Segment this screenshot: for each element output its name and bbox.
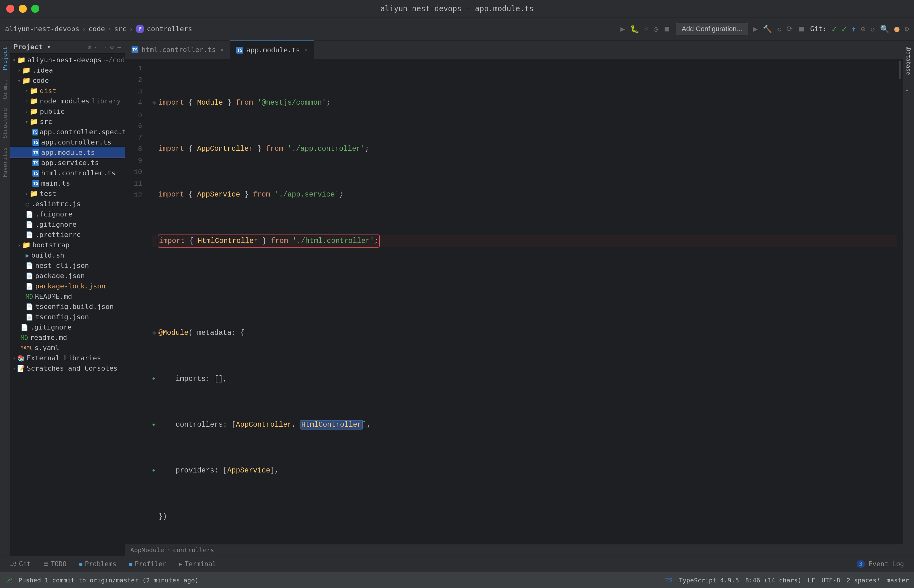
main-layout: Project Commit Structure Favorites Proje…: [0, 40, 914, 556]
run-icon[interactable]: ▶: [620, 24, 625, 33]
scrollbar-thumb[interactable]: [899, 60, 901, 79]
breadcrumb: aliyun-nest-devops › code › src › P cont…: [5, 24, 617, 33]
breadcrumb-root[interactable]: aliyun-nest-devops: [5, 25, 79, 33]
tree-item-code[interactable]: ▾ 📁 code: [10, 75, 125, 86]
tree-item-ext-libs[interactable]: › 📚 External Libraries: [10, 353, 125, 363]
tab-html-controller[interactable]: TS html.controller.ts ✕: [125, 40, 230, 59]
tree-item-fcignore[interactable]: 📄 .fcignore: [10, 209, 125, 219]
sync-icon[interactable]: ⟳: [786, 24, 793, 33]
tree-item-test[interactable]: › 📁 test: [10, 188, 125, 199]
git-check1-icon[interactable]: ✓: [832, 24, 837, 34]
debug-icon[interactable]: 🐛: [630, 24, 639, 33]
stop2-icon[interactable]: ⏹: [798, 24, 805, 33]
settings-icon[interactable]: ⚙: [905, 24, 909, 33]
tree-item-src[interactable]: ▾ 📁 src: [10, 116, 125, 127]
sidebar-tab-project[interactable]: Project: [0, 43, 9, 74]
tree-item-package-lock[interactable]: 📄 package-lock.json: [10, 281, 125, 291]
code-content[interactable]: ◆ import { Module } from '@nestjs/common…: [147, 59, 897, 544]
tab-app-module[interactable]: TS app.module.ts ✕: [230, 40, 314, 59]
tree-item-readme-root[interactable]: MD readme.md: [10, 332, 125, 342]
run2-icon[interactable]: ▶: [753, 24, 757, 33]
typescript-icon: TS: [665, 577, 673, 584]
titlebar: aliyun-nest-devops – app.module.ts: [0, 0, 914, 18]
gear-icon[interactable]: ⚙: [110, 43, 114, 51]
tree-item-idea[interactable]: › 📁 .idea: [10, 65, 125, 75]
editor-area: TS html.controller.ts ✕ TS app.module.ts…: [125, 40, 903, 556]
code-line-7: ● imports: [],: [152, 373, 897, 385]
tab-close-html[interactable]: ✕: [220, 47, 224, 53]
tree-item-app-service[interactable]: TS app.service.ts: [10, 158, 125, 168]
tree-item-eslint[interactable]: ○ .eslintrc.js: [10, 199, 125, 209]
problems-icon: ●: [79, 561, 83, 567]
tree-item-gitignore-root[interactable]: 📄 .gitignore: [10, 322, 125, 332]
tree-item-public[interactable]: › 📁 public: [10, 106, 125, 116]
tree-item-html-ctrl[interactable]: TS html.controller.ts: [10, 168, 125, 178]
window-title: aliyun-nest-devops – app.module.ts: [380, 4, 533, 13]
git-push-icon[interactable]: ↑: [851, 24, 856, 33]
locate-icon[interactable]: ⊕: [88, 43, 91, 51]
tree-item-build[interactable]: ▶ build.sh: [10, 250, 125, 260]
tree-item-package[interactable]: 📄 package.json: [10, 271, 125, 281]
tree-item-scratches[interactable]: › 📝 Scratches and Consoles: [10, 363, 125, 373]
close-sidebar-icon[interactable]: —: [118, 43, 121, 51]
bottom-tab-git[interactable]: ⎇ Git: [4, 556, 37, 572]
tree-item-syaml[interactable]: YAML s.yaml: [10, 342, 125, 353]
bottom-tab-event-log[interactable]: 3 Event Log: [851, 556, 910, 572]
bottom-toolbar: ⎇ Git ☰ TODO ● Problems ● Profiler ▶ Ter…: [0, 556, 914, 572]
breadcrumb-controllers[interactable]: controllers: [147, 25, 192, 33]
code-line-8: ● controllers: [AppController, HtmlContr…: [152, 419, 897, 431]
tree-item-dist[interactable]: › 📁 dist: [10, 86, 125, 96]
tree-item-main[interactable]: TS main.ts: [10, 178, 125, 188]
code-line-3: import { AppService } from './app.servic…: [152, 189, 897, 200]
search-icon[interactable]: 🔍: [880, 24, 890, 33]
window-controls[interactable]: [6, 5, 39, 13]
coverage-icon[interactable]: ⚡: [644, 24, 649, 33]
sidebar-tab-favorites[interactable]: Favorites: [0, 143, 9, 181]
expand-icon[interactable]: ⇒: [102, 43, 106, 51]
minimize-button[interactable]: [19, 5, 27, 13]
tree-item-app-ctrl-spec[interactable]: TS app.controller.spec.ts: [10, 127, 125, 137]
code-editor[interactable]: 1 2 3 4 5 6 7 8 9 10 11 12 ◆ import { Mo…: [125, 59, 903, 544]
sidebar-tab-commit[interactable]: Commit: [0, 75, 9, 103]
tree-item-nest-cli[interactable]: 📄 nest-cli.json: [10, 260, 125, 271]
git-revert-icon[interactable]: ↺: [870, 24, 875, 33]
avatar-icon[interactable]: ●: [895, 24, 899, 34]
tab-close-module[interactable]: ✕: [304, 47, 308, 53]
tree-item-prettier[interactable]: 📄 .prettierrc: [10, 229, 125, 240]
tree-item-root[interactable]: ▾ 📁 aliyun-nest-devops ~/code/project-: [10, 55, 125, 65]
git-icon: ⎇: [10, 561, 16, 567]
tree-item-gitignore-src[interactable]: 📄 .gitignore: [10, 219, 125, 229]
add-configuration-button[interactable]: Add Configuration...: [676, 23, 748, 35]
cursor-position[interactable]: 8:46 (14 chars): [745, 577, 801, 584]
git-history-icon[interactable]: ⊙: [861, 24, 865, 33]
profile-icon[interactable]: ◷: [654, 24, 658, 33]
stop-icon[interactable]: ⏹: [663, 24, 671, 33]
collapse-icon[interactable]: ⇐: [95, 43, 99, 51]
maximize-button[interactable]: [31, 5, 39, 13]
build-icon[interactable]: 🔨: [763, 24, 772, 33]
indent[interactable]: 2 spaces*: [846, 577, 880, 584]
line-ending[interactable]: LF: [808, 577, 815, 584]
bottom-tab-profiler[interactable]: ● Profiler: [123, 556, 173, 572]
right-tab-database[interactable]: Database: [903, 43, 914, 80]
bottom-tab-todo[interactable]: ☰ TODO: [37, 556, 73, 572]
tree-item-readme[interactable]: MD README.md: [10, 291, 125, 302]
tree-item-node-modules[interactable]: › 📁 node_modules library root: [10, 96, 125, 106]
close-button[interactable]: [6, 5, 15, 13]
bottom-tab-terminal[interactable]: ▶ Terminal: [173, 556, 222, 572]
git-check2-icon[interactable]: ✓: [842, 24, 847, 34]
tree-item-app-module[interactable]: TS app.module.ts: [10, 147, 125, 158]
reload-icon[interactable]: ↻: [777, 24, 781, 33]
tree-item-bootstrap[interactable]: › 📁 bootstrap: [10, 240, 125, 250]
right-panel: Database: [903, 40, 914, 556]
typescript-version[interactable]: TypeScript 4.9.5: [679, 577, 739, 584]
breadcrumb-src[interactable]: src: [114, 25, 126, 33]
tree-item-tsconfig-build[interactable]: 📄 tsconfig.build.json: [10, 302, 125, 312]
git-branch[interactable]: master: [886, 577, 909, 584]
bottom-tab-problems[interactable]: ● Problems: [73, 556, 123, 572]
tree-item-tsconfig[interactable]: 📄 tsconfig.json: [10, 312, 125, 322]
breadcrumb-code[interactable]: code: [89, 25, 105, 33]
tree-item-app-ctrl[interactable]: TS app.controller.ts: [10, 137, 125, 147]
sidebar-tab-structure[interactable]: Structure: [0, 104, 9, 142]
encoding[interactable]: UTF-8: [822, 577, 840, 584]
